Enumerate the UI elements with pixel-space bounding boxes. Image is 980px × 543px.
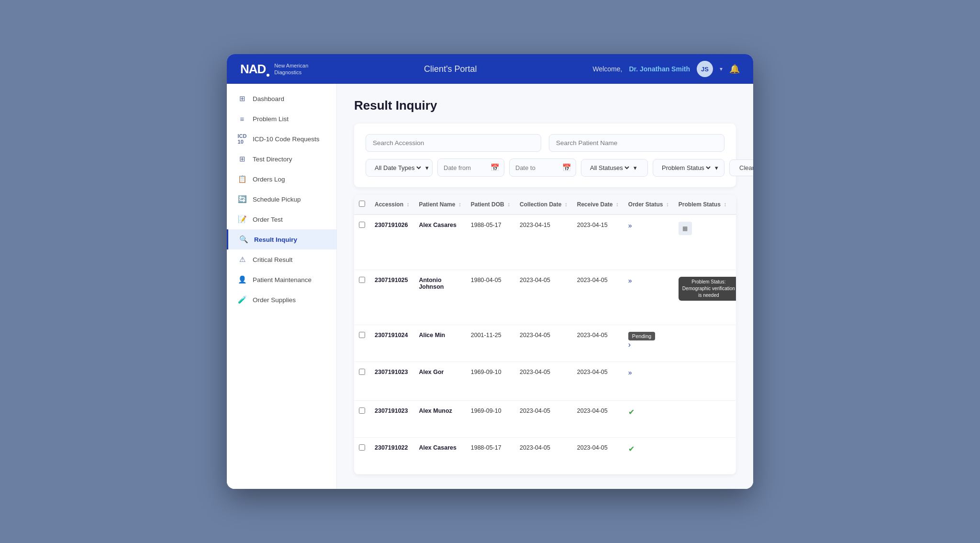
result-inquiry-icon: 🔍 — [239, 235, 248, 244]
orders-log-icon: 📋 — [237, 174, 247, 184]
row-checkbox[interactable] — [359, 332, 365, 338]
row-checkbox-cell — [354, 325, 370, 362]
statuses-chevron-icon: ▾ — [634, 164, 637, 171]
problem-status-grid-icon: ▦ — [679, 222, 692, 235]
cell-dob: 2001-11-25 — [466, 325, 515, 362]
cell-accession: 2307191022 — [370, 438, 414, 475]
app-header: NAD New American Diagnostics Client's Po… — [227, 54, 753, 84]
col-receive-date: Receive Date ↕ — [572, 195, 624, 215]
cell-problem-status: Problem Status:Demographic verificationi… — [674, 270, 736, 325]
sidebar-item-result-inquiry[interactable]: 🔍 Result Inquiry — [227, 229, 336, 249]
cell-problem-status — [674, 362, 736, 401]
order-supplies-icon: 🧪 — [237, 295, 247, 305]
order-status-chevron-icon: » — [628, 277, 632, 284]
table-row: 2307191023 Alex Gor 1969-09-10 2023-04-0… — [354, 362, 736, 401]
logo-area: NAD New American Diagnostics — [240, 62, 308, 77]
row-checkbox[interactable] — [359, 444, 365, 451]
cell-patient-name: Alice Min — [414, 325, 466, 362]
row-checkbox[interactable] — [359, 369, 365, 375]
notification-bell-icon[interactable]: 🔔 — [729, 64, 740, 74]
sidebar-item-order-test[interactable]: 📝 Order Test — [227, 209, 336, 229]
cell-problem-status — [674, 325, 736, 362]
row-checkbox-cell — [354, 362, 370, 401]
problem-status-select[interactable]: Problem Status — [660, 164, 712, 172]
cell-order-status: » — [624, 215, 674, 270]
avatar[interactable]: JS — [697, 61, 713, 77]
sidebar-item-patient-maintenance[interactable]: 👤 Patient Maintenance — [227, 270, 336, 290]
logo-dot — [267, 74, 269, 77]
row-checkbox[interactable] — [359, 407, 365, 414]
statuses-select[interactable]: All Statuses — [588, 164, 631, 172]
order-status-chevron-icon: › — [628, 340, 631, 349]
col-problem-status: Problem Status ↕ — [674, 195, 736, 215]
accession-search-input[interactable] — [366, 134, 541, 152]
sidebar-item-label: Patient Maintenance — [253, 276, 312, 283]
date-to-wrap: 📅 — [509, 158, 576, 177]
row-checkbox[interactable] — [359, 222, 365, 228]
search-inputs-row — [366, 134, 724, 152]
sidebar-item-label: Problem List — [253, 115, 289, 123]
cell-order-status: » — [624, 362, 674, 401]
header-right: Welcome, Dr. Jonathan Smith JS ▾ 🔔 — [592, 61, 740, 77]
sidebar-item-icd10[interactable]: ICD10 ICD-10 Code Requests — [227, 129, 336, 149]
sidebar-item-dashboard[interactable]: ⊞ Dashboard — [227, 89, 336, 109]
cell-accession: 2307191025 — [370, 270, 414, 325]
cell-receive-date: 2023-04-05 — [572, 362, 624, 401]
patient-name-search-input[interactable] — [549, 134, 724, 152]
logo-text-block: New American Diagnostics — [274, 62, 308, 76]
row-checkbox-cell — [354, 215, 370, 270]
sidebar-item-critical-result[interactable]: ⚠ Critical Result — [227, 249, 336, 270]
date-to-input[interactable] — [515, 164, 558, 171]
select-all-checkbox[interactable] — [359, 201, 365, 207]
date-types-select-wrap[interactable]: All Date Types ▾ — [366, 159, 433, 177]
cell-receive-date: 2023-04-05 — [572, 270, 624, 325]
cell-order-status: Pending › — [624, 325, 674, 362]
nad-letters: NAD — [240, 62, 266, 77]
col-collection-date: Collection Date ↕ — [515, 195, 572, 215]
schedule-icon: 🔄 — [237, 194, 247, 204]
cell-dob: 1988-05-17 — [466, 438, 515, 475]
cell-collection-date: 2023-04-05 — [515, 401, 572, 438]
problem-status-tooltip: Problem Status:Demographic verificationi… — [679, 277, 736, 301]
results-table-card: Accession ↕ Patient Name ↕ Patient DOB ↕… — [354, 195, 736, 475]
sidebar-item-label: ICD-10 Code Requests — [253, 136, 320, 143]
critical-result-icon: ⚠ — [237, 255, 247, 264]
date-from-wrap: 📅 — [437, 158, 504, 177]
sidebar-item-test-directory[interactable]: ⊞ Test Directory — [227, 149, 336, 169]
doctor-name[interactable]: Dr. Jonathan Smith — [629, 65, 690, 73]
table-row: 2307191023 Alex Munoz 1969-09-10 2023-04… — [354, 401, 736, 438]
cell-receive-date: 2023-04-05 — [572, 401, 624, 438]
sidebar-item-label: Orders Log — [253, 176, 285, 183]
clear-button[interactable]: Clear — [729, 159, 753, 176]
problem-status-select-wrap[interactable]: Problem Status ▾ — [653, 159, 724, 177]
sidebar-item-schedule-pickup[interactable]: 🔄 Schedule Pickup — [227, 189, 336, 209]
statuses-select-wrap[interactable]: All Statuses ▾ — [581, 159, 648, 177]
calendar-from-icon[interactable]: 📅 — [490, 163, 500, 172]
sidebar-item-label: Test Directory — [253, 156, 292, 163]
col-patient-dob: Patient DOB ↕ — [466, 195, 515, 215]
chevron-down-icon[interactable]: ▾ — [720, 66, 723, 72]
accession-search-wrap — [366, 134, 541, 152]
filter-row: All Date Types ▾ 📅 📅 All Statu — [366, 158, 724, 177]
sidebar-item-orders-log[interactable]: 📋 Orders Log — [227, 169, 336, 189]
cell-order-status: ✔ — [624, 438, 674, 475]
order-status-chevron-icon: » — [628, 222, 632, 229]
date-types-select[interactable]: All Date Types — [373, 164, 423, 172]
row-checkbox[interactable] — [359, 277, 365, 283]
table-row: 2307191025 AntonioJohnson 1980-04-05 202… — [354, 270, 736, 325]
test-directory-icon: ⊞ — [237, 154, 247, 164]
logo-nad-text: NAD — [240, 62, 269, 77]
sidebar-item-order-supplies[interactable]: 🧪 Order Supplies — [227, 290, 336, 310]
cell-patient-name: AntonioJohnson — [414, 270, 466, 325]
date-from-input[interactable] — [444, 164, 487, 171]
main-content: Result Inquiry All Date Types — [337, 84, 753, 489]
logo-line1: New American — [274, 62, 308, 69]
cell-patient-name: Alex Casares — [414, 438, 466, 475]
cell-problem-status — [674, 438, 736, 475]
calendar-to-icon[interactable]: 📅 — [562, 163, 571, 172]
cell-dob: 1988-05-17 — [466, 215, 515, 270]
cell-accession: 2307191023 — [370, 362, 414, 401]
row-checkbox-cell — [354, 401, 370, 438]
col-patient-name: Patient Name ↕ — [414, 195, 466, 215]
sidebar-item-problem-list[interactable]: ≡ Problem List — [227, 109, 336, 129]
